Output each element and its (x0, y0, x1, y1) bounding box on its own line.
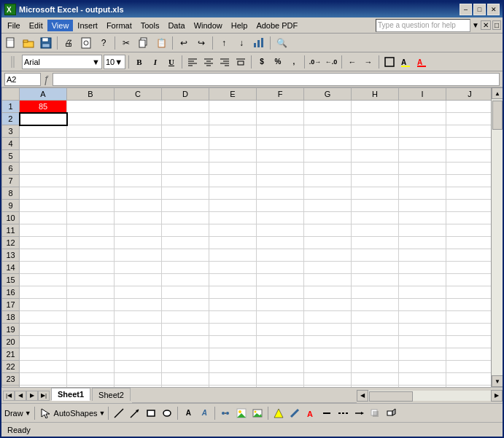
align-left-button[interactable] (185, 55, 200, 69)
cell-d20[interactable] (162, 336, 209, 348)
h-scroll-left-button[interactable]: ◀ (357, 390, 368, 402)
cell-d8[interactable] (162, 187, 209, 200)
cell-j7[interactable] (446, 175, 492, 187)
cell-g23[interactable] (304, 373, 352, 386)
cell-a1[interactable]: 85 (20, 101, 67, 113)
cell-i16[interactable] (399, 286, 446, 299)
help-input[interactable]: Type a question for help (376, 19, 470, 32)
save-button[interactable] (38, 35, 54, 51)
cell-h12[interactable] (352, 237, 399, 249)
cell-j1[interactable] (446, 101, 492, 113)
cell-g22[interactable] (304, 361, 352, 373)
cell-g18[interactable] (304, 311, 352, 324)
menu-tools[interactable]: Tools (136, 20, 164, 31)
cell-i13[interactable] (399, 249, 446, 262)
increase-indent-button[interactable]: → (361, 55, 376, 69)
cell-g21[interactable] (304, 348, 352, 361)
cell-j18[interactable] (446, 311, 492, 324)
copy-button[interactable] (136, 35, 152, 51)
cell-j8[interactable] (446, 187, 492, 200)
cell-c19[interactable] (115, 324, 162, 336)
cell-b5[interactable] (67, 150, 115, 163)
cell-e8[interactable] (209, 187, 257, 200)
cell-g5[interactable] (304, 150, 352, 163)
align-center-button[interactable] (201, 55, 216, 69)
cell-e14[interactable] (209, 262, 257, 274)
cell-h2[interactable] (352, 113, 399, 125)
cell-c22[interactable] (115, 361, 162, 373)
cell-g20[interactable] (304, 336, 352, 348)
cell-b21[interactable] (67, 348, 115, 361)
cell-d18[interactable] (162, 311, 209, 324)
cell-j24[interactable] (446, 386, 492, 388)
underline-button[interactable]: U (164, 55, 179, 69)
cell-f7[interactable] (257, 175, 304, 187)
arrow-style-button[interactable] (352, 406, 366, 421)
row-num-5[interactable]: 5 (2, 150, 20, 163)
cell-d11[interactable] (162, 224, 209, 237)
cell-i2[interactable] (399, 113, 446, 125)
cell-c13[interactable] (115, 249, 162, 262)
cell-i21[interactable] (399, 348, 446, 361)
font-size-dropdown-icon[interactable]: ▼ (115, 58, 123, 66)
cell-j13[interactable] (446, 249, 492, 262)
cell-i17[interactable] (399, 299, 446, 311)
cell-d5[interactable] (162, 150, 209, 163)
cell-a9[interactable] (20, 200, 67, 212)
cell-a18[interactable] (20, 311, 67, 324)
sort-asc-button[interactable]: ↑ (216, 35, 232, 51)
menu-window[interactable]: Window (190, 20, 227, 31)
cell-c10[interactable] (115, 212, 162, 224)
cell-h21[interactable] (352, 348, 399, 361)
chart-button[interactable] (251, 35, 267, 51)
cell-c9[interactable] (115, 200, 162, 212)
cell-f12[interactable] (257, 237, 304, 249)
select-pointer-button[interactable] (38, 406, 53, 421)
cell-f22[interactable] (257, 361, 304, 373)
cell-f9[interactable] (257, 200, 304, 212)
cell-a12[interactable] (20, 237, 67, 249)
cell-d23[interactable] (162, 373, 209, 386)
cell-g6[interactable] (304, 163, 352, 175)
row-num-14[interactable]: 14 (2, 262, 20, 274)
col-header-h[interactable]: H (352, 88, 399, 101)
cell-b6[interactable] (67, 163, 115, 175)
col-header-d[interactable]: D (162, 88, 209, 101)
tab-scroll-next[interactable]: ▶ (26, 391, 38, 401)
help-button[interactable]: ? (96, 35, 112, 51)
row-num-20[interactable]: 20 (2, 336, 20, 348)
cell-c4[interactable] (115, 138, 162, 150)
cell-f23[interactable] (257, 373, 304, 386)
cell-g8[interactable] (304, 187, 352, 200)
cell-b4[interactable] (67, 138, 115, 150)
cell-e7[interactable] (209, 175, 257, 187)
row-num-11[interactable]: 11 (2, 224, 20, 237)
cell-j19[interactable] (446, 324, 492, 336)
cell-e16[interactable] (209, 286, 257, 299)
cell-e6[interactable] (209, 163, 257, 175)
cell-reference-box[interactable]: A2 (4, 73, 41, 86)
v-scroll-up-button[interactable]: ▲ (492, 87, 503, 99)
cell-a10[interactable] (20, 212, 67, 224)
cell-d12[interactable] (162, 237, 209, 249)
font-name-selector[interactable]: Arial ▼ (22, 55, 102, 69)
cell-f24[interactable] (257, 386, 304, 388)
oval-button[interactable] (160, 406, 174, 421)
cell-e19[interactable] (209, 324, 257, 336)
v-scroll-down-button[interactable]: ▼ (492, 375, 503, 387)
cell-b19[interactable] (67, 324, 115, 336)
formula-input[interactable] (53, 73, 500, 86)
cell-a6[interactable] (20, 163, 67, 175)
inner-close-icon[interactable]: ✕ (481, 20, 491, 30)
new-button[interactable] (3, 35, 19, 51)
inner-restore-icon[interactable]: □ (492, 20, 501, 30)
rectangle-button[interactable] (144, 406, 158, 421)
menu-view[interactable]: View (47, 20, 74, 31)
line-button[interactable] (112, 406, 126, 421)
cell-b8[interactable] (67, 187, 115, 200)
align-right-button[interactable] (217, 55, 232, 69)
sheet-tab-sheet1[interactable]: Sheet1 (51, 388, 90, 401)
cell-c23[interactable] (115, 373, 162, 386)
maximize-button[interactable]: □ (473, 4, 486, 15)
cell-d17[interactable] (162, 299, 209, 311)
